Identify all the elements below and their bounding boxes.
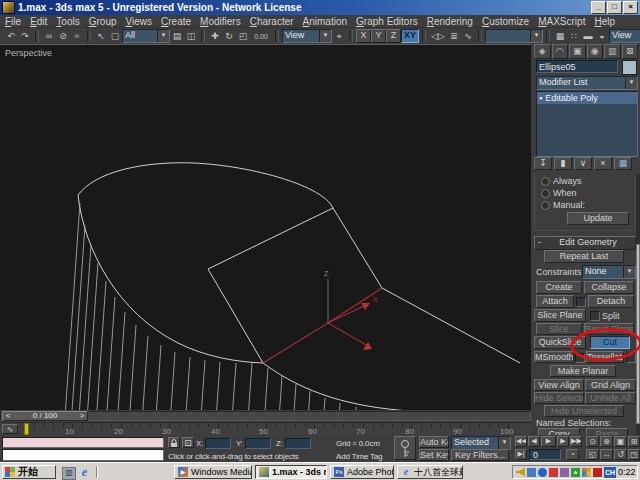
menu-item[interactable]: Create xyxy=(161,16,191,27)
render-scene-icon[interactable]: ▦ xyxy=(553,30,567,43)
chevron-down-icon[interactable]: ▼ xyxy=(530,30,542,42)
mirror-icon[interactable]: ◁▷ xyxy=(429,30,447,43)
chevron-down-icon[interactable]: ▼ xyxy=(625,77,637,89)
tray-app-icon[interactable] xyxy=(527,468,536,477)
prev-frame-arrow[interactable]: < xyxy=(3,412,13,420)
attach-list-checkbox[interactable] xyxy=(576,297,586,307)
app-icon[interactable] xyxy=(2,1,15,14)
region-zoom-icon[interactable]: ◱ xyxy=(586,449,599,460)
previous-frame-icon[interactable]: ◀ xyxy=(528,436,540,447)
bulb-icon[interactable]: ▪ xyxy=(539,92,542,104)
security-icon[interactable] xyxy=(549,468,558,477)
slice-plane-button[interactable]: Slice Plane xyxy=(534,309,586,322)
antivirus-icon[interactable] xyxy=(593,468,602,477)
current-frame-field[interactable]: 0 xyxy=(529,449,561,460)
motion-tab-icon[interactable]: ◉ xyxy=(587,44,604,59)
move-icon[interactable]: ✚ xyxy=(208,30,222,43)
close-button[interactable]: × xyxy=(623,1,638,14)
undo-icon[interactable]: ↶ xyxy=(4,30,18,43)
modifier-stack[interactable]: ▪ Editable Poly xyxy=(536,91,638,157)
curve-editor-icon[interactable]: ∿ xyxy=(461,30,475,43)
create-tab-icon[interactable]: ◈ xyxy=(534,44,551,59)
next-frame-arrow[interactable]: > xyxy=(77,412,87,420)
align-icon[interactable]: ≣ xyxy=(447,30,461,43)
coord-system-combo[interactable]: View ▼ xyxy=(282,29,332,43)
utilities-tab-icon[interactable]: ⊠ xyxy=(622,44,639,59)
menu-item[interactable]: Tools xyxy=(56,16,79,27)
percent-snap-icon[interactable]: 0.00 xyxy=(250,30,272,43)
manual-radio[interactable] xyxy=(541,201,550,210)
named-sets-combo[interactable]: ▼ xyxy=(485,29,543,43)
unlink-icon[interactable]: ⊘ xyxy=(56,30,70,43)
chevron-down-icon[interactable]: ▼ xyxy=(498,437,510,449)
maxscript-listener-pink[interactable] xyxy=(2,437,164,448)
quick-render-icon[interactable]: ◒ xyxy=(595,30,609,43)
menu-item[interactable]: Customize xyxy=(482,16,529,27)
mini-curve-editor-icon[interactable]: ∿ xyxy=(2,424,18,434)
object-name-field[interactable]: Ellipse05 xyxy=(536,60,618,73)
go-to-end-icon[interactable]: ▶▶ xyxy=(570,436,582,447)
hierarchy-tab-icon[interactable]: ▣ xyxy=(569,44,586,59)
remove-modifier-icon[interactable]: × xyxy=(594,157,612,170)
create-button[interactable]: Create xyxy=(536,281,582,294)
language-indicator[interactable]: CH xyxy=(604,467,616,478)
start-button[interactable]: 开始 xyxy=(2,465,56,479)
zoom-extents-all-icon[interactable]: ⊞ xyxy=(628,436,640,447)
arc-rotate-icon[interactable]: ↺ xyxy=(614,449,627,460)
window-crossing-icon[interactable]: ◫ xyxy=(184,30,198,43)
menu-item[interactable]: MAXScript xyxy=(538,16,585,27)
time-configuration-icon[interactable]: ◔ xyxy=(566,449,579,460)
restrict-z-button[interactable]: Z xyxy=(386,29,401,43)
set-key-button[interactable]: Set Key xyxy=(419,449,449,461)
pin-stack-icon[interactable]: ↧ xyxy=(534,157,552,170)
split-checkbox[interactable] xyxy=(590,311,600,321)
chevron-down-icon[interactable]: ▼ xyxy=(157,30,169,42)
time-slider-handle[interactable]: < 0 / 100 > xyxy=(2,411,88,421)
object-color-swatch[interactable] xyxy=(622,60,637,75)
make-planar-button[interactable]: Make Planar xyxy=(550,365,616,377)
panel-scrollbar[interactable] xyxy=(636,174,640,435)
play-icon[interactable]: ▶ xyxy=(541,436,556,447)
tray-app-icon[interactable] xyxy=(560,468,569,477)
zoom-extents-icon[interactable]: ▣ xyxy=(614,436,627,447)
show-end-result-icon[interactable]: ▮ xyxy=(554,157,572,170)
key-mode-toggle-icon[interactable]: ▶| xyxy=(515,449,527,460)
task-photoshop[interactable]: Ps Adobe Photoshop xyxy=(330,465,394,479)
task-ie-page[interactable]: e 十八首全球最... xyxy=(397,465,463,479)
constraints-combo[interactable]: None ▼ xyxy=(582,265,636,279)
minimize-button[interactable]: _ xyxy=(591,1,606,14)
viewport-canvas[interactable]: Z X xyxy=(0,45,531,411)
restrict-xy-button[interactable]: XY xyxy=(401,29,419,43)
pan-icon[interactable]: ↔ xyxy=(600,449,613,460)
slice-button[interactable]: Slice xyxy=(536,323,582,335)
modify-tab-icon[interactable]: ◠ xyxy=(552,44,569,59)
menu-item[interactable]: Graph Editors xyxy=(356,16,418,27)
rotate-icon[interactable]: ↻ xyxy=(222,30,236,43)
perspective-viewport[interactable]: Perspective Z X xyxy=(0,44,531,410)
grid-align-button[interactable]: Grid Align xyxy=(585,379,636,391)
selection-filter-combo[interactable]: All ▼ xyxy=(122,29,170,43)
hide-unselected-button[interactable]: Hide Unselected xyxy=(544,405,624,417)
menu-item[interactable]: Help xyxy=(594,16,615,27)
restrict-x-button[interactable]: X xyxy=(356,29,371,43)
menu-item[interactable]: Edit xyxy=(30,16,47,27)
bind-spacewarp-icon[interactable]: ≈ xyxy=(70,30,84,43)
restrict-y-button[interactable]: Y xyxy=(371,29,386,43)
modifier-list-combo[interactable]: Modifier List ▼ xyxy=(536,76,638,90)
maximize-button[interactable]: □ xyxy=(607,1,622,14)
render-view-combo[interactable]: View xyxy=(609,29,640,43)
render-type-icon[interactable]: ▬ xyxy=(581,30,595,43)
display-tab-icon[interactable]: ▥ xyxy=(604,44,621,59)
edit-geometry-rollout-header[interactable]: - Edit Geometry xyxy=(534,236,636,250)
task-windows-media[interactable]: ▶ Windows Media ... xyxy=(174,465,252,479)
selection-region-icon[interactable]: ▢ xyxy=(108,30,122,43)
min-max-toggle-icon[interactable]: ◳ xyxy=(628,449,640,460)
task-3dsmax[interactable]: 1.max - 3ds max... xyxy=(255,465,327,479)
select-link-icon[interactable]: ∞ xyxy=(42,30,56,43)
next-frame-icon[interactable]: ▶ xyxy=(557,436,569,447)
redo-icon[interactable]: ↷ xyxy=(18,30,32,43)
material-editor-icon[interactable]: ∷ xyxy=(567,30,581,43)
update-button[interactable]: Update xyxy=(567,212,629,225)
track-bar[interactable]: ∿ 10 20 30 40 50 60 70 80 90 100 xyxy=(0,422,531,435)
menu-item[interactable]: Character xyxy=(250,16,294,27)
